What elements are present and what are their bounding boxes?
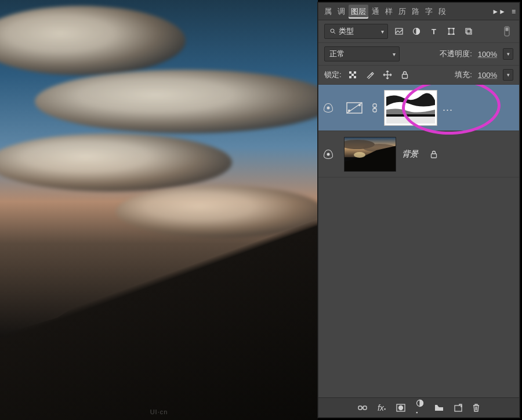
svg-point-33 — [354, 152, 365, 158]
svg-rect-34 — [432, 154, 437, 158]
svg-rect-17 — [354, 76, 356, 78]
opacity-label: 不透明度: — [440, 49, 472, 59]
panel-tab[interactable]: 字 — [423, 5, 435, 19]
link-layers-icon[interactable] — [358, 404, 367, 411]
fill-flyout-button[interactable]: ▾ — [503, 69, 513, 81]
blend-mode-dropdown[interactable]: 正常 ▾ — [324, 46, 400, 61]
filter-type-label: 类型 — [339, 26, 354, 37]
lock-transparency-icon[interactable] — [346, 69, 359, 81]
filter-adjustment-icon[interactable] — [410, 26, 423, 37]
layer-thumbnail[interactable] — [344, 137, 396, 172]
layer-fx-icon[interactable]: fx▪ — [378, 403, 386, 412]
svg-point-21 — [349, 110, 350, 111]
lock-row: 锁定: 填充: 100% ▾ — [318, 66, 519, 85]
panel-tab[interactable]: 段 — [436, 5, 448, 19]
visibility-eye-icon[interactable] — [324, 103, 333, 113]
panel-menu-icon[interactable]: ≡ — [512, 8, 516, 16]
panel-tab[interactable]: 历 — [396, 5, 408, 19]
fill-value[interactable]: 100% — [477, 71, 498, 79]
filter-shape-icon[interactable] — [445, 26, 458, 37]
panel-tab-layers[interactable]: 图层 — [349, 5, 368, 19]
layer-properties-icon[interactable]: ... — [443, 102, 453, 114]
lock-pixels-icon[interactable] — [364, 69, 376, 81]
layer-mask-thumbnail[interactable] — [385, 90, 437, 125]
panel-tabbar: 属 调 图层 通 样 历 路 字 段 ►► ≡ — [318, 3, 519, 20]
svg-rect-12 — [506, 28, 509, 31]
new-layer-icon[interactable] — [454, 404, 462, 412]
panel-tab[interactable]: 路 — [409, 5, 422, 19]
filter-pixel-icon[interactable] — [393, 26, 405, 37]
adjustment-layer-icon — [344, 100, 365, 116]
panel-tab[interactable]: 调 — [335, 5, 347, 19]
layer-row[interactable]: ... — [318, 85, 519, 131]
svg-rect-13 — [349, 71, 351, 74]
svg-rect-18 — [402, 74, 407, 78]
panel-tab[interactable]: 通 — [369, 5, 382, 19]
svg-rect-15 — [354, 71, 356, 74]
blend-row: 正常 ▾ 不透明度: 100% ▾ — [318, 43, 519, 66]
svg-rect-27 — [386, 114, 435, 117]
opacity-flyout-button[interactable]: ▾ — [503, 48, 513, 60]
lock-label: 锁定: — [324, 70, 342, 80]
filter-smartobject-icon[interactable] — [462, 26, 475, 37]
layer-list: ... 背景 — [318, 85, 519, 397]
svg-rect-10 — [467, 30, 472, 34]
svg-rect-14 — [351, 74, 354, 76]
layer-row[interactable]: 背景 — [318, 131, 519, 178]
panel-tab[interactable]: 样 — [383, 5, 395, 19]
svg-rect-2 — [396, 28, 403, 34]
layer-link-icon[interactable] — [371, 103, 379, 113]
panel-bottom-bar: fx▪ ▪ — [318, 397, 519, 417]
chevron-down-icon: ▾ — [381, 28, 384, 35]
panel-tab[interactable]: 属 — [322, 5, 334, 19]
panel-expand-icon[interactable]: ►► — [492, 8, 506, 16]
svg-point-39 — [399, 405, 403, 410]
fill-label: 填充: — [455, 70, 472, 80]
delete-layer-icon[interactable] — [473, 404, 480, 412]
svg-rect-4 — [449, 28, 454, 34]
filter-toggle-switch[interactable] — [501, 26, 513, 37]
new-adjustment-icon[interactable]: ▪ — [416, 399, 424, 416]
add-mask-icon[interactable] — [396, 404, 405, 412]
layers-panel: 属 调 图层 通 样 历 路 字 段 ►► ≡ 类型 ▾ T 正常 ▾ — [318, 2, 520, 418]
new-group-icon[interactable] — [434, 404, 444, 411]
visibility-eye-icon[interactable] — [324, 150, 333, 159]
svg-rect-16 — [349, 76, 351, 78]
lock-position-icon[interactable] — [381, 69, 394, 81]
chevron-down-icon: ▾ — [393, 51, 396, 57]
document-canvas[interactable]: UI·cn — [0, 0, 318, 420]
search-icon — [329, 28, 336, 35]
layer-lock-icon — [430, 150, 438, 158]
svg-point-6 — [453, 28, 454, 29]
lock-all-icon[interactable] — [398, 69, 411, 81]
blend-mode-label: 正常 — [329, 49, 345, 59]
svg-point-0 — [331, 29, 334, 32]
svg-point-22 — [359, 104, 361, 106]
layer-filter-row: 类型 ▾ T — [318, 20, 519, 43]
svg-point-8 — [453, 34, 454, 35]
filter-type-dropdown[interactable]: 类型 ▾ — [324, 24, 388, 39]
filter-type-text-icon[interactable]: T — [427, 26, 440, 37]
svg-rect-9 — [466, 28, 470, 33]
svg-point-5 — [448, 28, 449, 29]
svg-line-1 — [334, 32, 335, 34]
svg-rect-28 — [386, 117, 435, 124]
svg-point-7 — [448, 34, 449, 35]
watermark-text: UI·cn — [150, 408, 168, 415]
layer-name[interactable]: 背景 — [402, 149, 418, 160]
opacity-value[interactable]: 100% — [477, 50, 498, 59]
